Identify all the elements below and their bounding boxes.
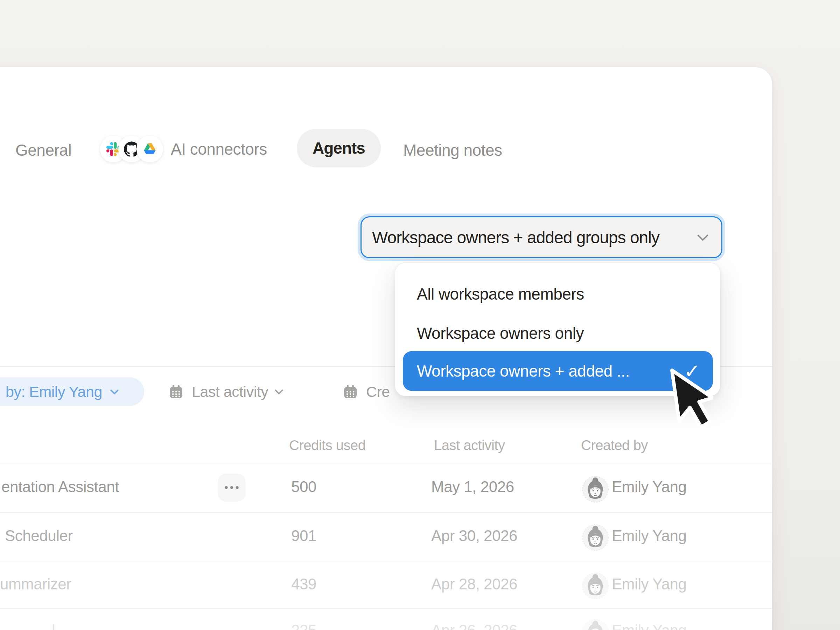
menu-option-workspace-owners-added-selected[interactable]: Workspace owners + added ... ✓ xyxy=(403,351,713,391)
created-by-cell: Emily Yang xyxy=(612,575,686,593)
chevron-down-icon xyxy=(273,386,285,398)
last-activity-cell: Apr 30, 2026 xyxy=(431,527,517,545)
permission-dropdown-value: Workspace owners + added groups only xyxy=(372,228,659,247)
agent-name: l xyxy=(52,622,55,630)
tab-agents[interactable]: Agents xyxy=(297,129,381,167)
tab-general[interactable]: General xyxy=(16,141,71,159)
menu-option-all-workspace-members[interactable]: All workspace members xyxy=(417,284,584,303)
tab-ai-connectors-label: AI connectors xyxy=(171,140,267,159)
tab-ai-connectors[interactable]: AI connectors xyxy=(100,133,267,165)
row-menu-button[interactable]: ••• xyxy=(218,474,246,502)
created-by-cell: Emily Yang xyxy=(612,622,686,630)
agent-name: ummarizer xyxy=(0,575,71,593)
agent-name: entation Assistant xyxy=(2,478,119,496)
filter-chip-last-activity[interactable]: Last activity xyxy=(168,377,285,406)
filter-chip-created[interactable]: Cre xyxy=(342,377,390,406)
permission-dropdown-button[interactable]: Workspace owners + added groups only xyxy=(360,216,722,258)
avatar xyxy=(582,524,609,551)
menu-option-workspace-owners-only[interactable]: Workspace owners only xyxy=(417,324,584,343)
filter-chip-created-label: Cre xyxy=(366,383,390,400)
created-by-cell: Emily Yang xyxy=(612,478,686,496)
credits-used-cell: 500 xyxy=(291,478,316,496)
avatar xyxy=(582,572,609,600)
table-row[interactable]: l 225 Apr 26, 2026 Emily Yang xyxy=(0,608,772,630)
filter-chip-last-activity-label: Last activity xyxy=(192,383,268,400)
connector-icon-cluster xyxy=(100,133,165,165)
created-by-cell: Emily Yang xyxy=(612,527,686,545)
google-drive-icon xyxy=(136,136,163,163)
column-header-created-by[interactable]: Created by xyxy=(581,437,648,453)
calendar-icon xyxy=(342,384,358,400)
chevron-down-icon xyxy=(109,386,120,398)
filter-chip-created-by[interactable]: by: Emily Yang xyxy=(0,377,144,406)
avatar xyxy=(582,619,609,630)
last-activity-cell: Apr 26, 2026 xyxy=(431,622,517,630)
calendar-icon xyxy=(168,384,184,400)
tab-agents-label: Agents xyxy=(313,139,365,158)
last-activity-cell: Apr 28, 2026 xyxy=(431,575,517,593)
last-activity-cell: May 1, 2026 xyxy=(431,478,514,496)
column-header-credits-used[interactable]: Credits used xyxy=(289,437,366,453)
credits-used-cell: 901 xyxy=(291,527,316,545)
agent-name: Scheduler xyxy=(5,527,73,545)
table-row[interactable]: entation Assistant ••• 500 May 1, 2026 E… xyxy=(0,463,772,512)
credits-used-cell: 439 xyxy=(291,575,316,593)
column-header-last-activity[interactable]: Last activity xyxy=(434,437,505,453)
mouse-cursor xyxy=(668,368,713,442)
table-row[interactable]: Scheduler 901 Apr 30, 2026 Emily Yang xyxy=(0,512,772,561)
selected-option-label: Workspace owners + added ... xyxy=(417,362,630,381)
tab-meeting-notes[interactable]: Meeting notes xyxy=(403,141,502,159)
avatar xyxy=(582,476,609,503)
table-row[interactable]: ummarizer 439 Apr 28, 2026 Emily Yang xyxy=(0,561,772,608)
chevron-down-icon xyxy=(695,229,711,245)
credits-used-cell: 225 xyxy=(291,622,316,630)
filter-chip-created-by-label: by: Emily Yang xyxy=(6,383,102,400)
